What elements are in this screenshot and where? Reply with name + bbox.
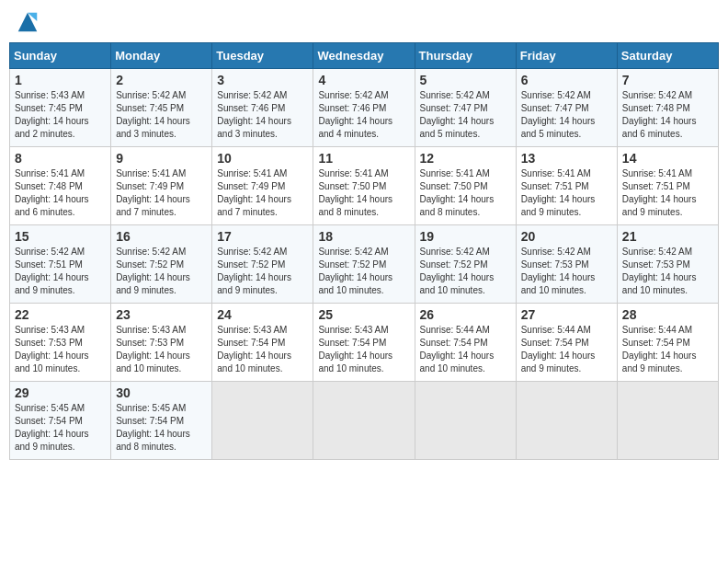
day-number: 5 <box>420 73 511 87</box>
calendar-cell: 18Sunrise: 5:42 AMSunset: 7:52 PMDayligh… <box>313 225 415 304</box>
calendar-table: SundayMondayTuesdayWednesdayThursdayFrid… <box>9 42 719 460</box>
calendar-cell: 25Sunrise: 5:43 AMSunset: 7:54 PMDayligh… <box>313 304 415 382</box>
day-info: Sunrise: 5:42 AMSunset: 7:52 PMDaylight:… <box>420 246 511 297</box>
day-number: 17 <box>217 229 308 244</box>
day-number: 15 <box>15 229 106 244</box>
day-number: 2 <box>116 73 207 87</box>
calendar-cell: 9Sunrise: 5:41 AMSunset: 7:49 PMDaylight… <box>111 147 212 225</box>
day-info: Sunrise: 5:43 AMSunset: 7:53 PMDaylight:… <box>15 324 106 375</box>
calendar-cell: 4Sunrise: 5:42 AMSunset: 7:46 PMDaylight… <box>313 69 415 147</box>
calendar-cell: 5Sunrise: 5:42 AMSunset: 7:47 PMDaylight… <box>415 69 516 147</box>
col-header-tuesday: Tuesday <box>212 43 313 69</box>
day-number: 19 <box>420 229 511 244</box>
day-info: Sunrise: 5:41 AMSunset: 7:49 PMDaylight:… <box>217 167 308 219</box>
day-info: Sunrise: 5:42 AMSunset: 7:47 PMDaylight:… <box>521 89 612 141</box>
day-number: 4 <box>318 73 409 87</box>
day-info: Sunrise: 5:42 AMSunset: 7:46 PMDaylight:… <box>217 89 308 141</box>
calendar-cell: 21Sunrise: 5:42 AMSunset: 7:53 PMDayligh… <box>617 225 718 304</box>
day-number: 27 <box>521 307 612 322</box>
day-info: Sunrise: 5:41 AMSunset: 7:48 PMDaylight:… <box>15 167 106 219</box>
day-info: Sunrise: 5:41 AMSunset: 7:51 PMDaylight:… <box>521 167 612 219</box>
logo <box>13 9 40 35</box>
col-header-saturday: Saturday <box>617 43 718 69</box>
col-header-sunday: Sunday <box>10 43 111 69</box>
calendar-cell: 26Sunrise: 5:44 AMSunset: 7:54 PMDayligh… <box>415 304 516 382</box>
day-info: Sunrise: 5:42 AMSunset: 7:45 PMDaylight:… <box>116 89 207 141</box>
day-number: 8 <box>15 151 106 166</box>
day-number: 18 <box>318 229 409 244</box>
week-row-5: 29Sunrise: 5:45 AMSunset: 7:54 PMDayligh… <box>10 382 719 460</box>
day-info: Sunrise: 5:42 AMSunset: 7:47 PMDaylight:… <box>420 89 511 141</box>
calendar-cell: 2Sunrise: 5:42 AMSunset: 7:45 PMDaylight… <box>111 69 212 147</box>
calendar-cell: 28Sunrise: 5:44 AMSunset: 7:54 PMDayligh… <box>617 304 718 382</box>
day-info: Sunrise: 5:42 AMSunset: 7:48 PMDaylight:… <box>622 89 713 141</box>
calendar-cell: 15Sunrise: 5:42 AMSunset: 7:51 PMDayligh… <box>10 225 111 304</box>
day-number: 12 <box>420 151 511 166</box>
day-info: Sunrise: 5:43 AMSunset: 7:53 PMDaylight:… <box>116 324 207 375</box>
day-number: 16 <box>116 229 207 244</box>
calendar-cell: 23Sunrise: 5:43 AMSunset: 7:53 PMDayligh… <box>111 304 212 382</box>
col-header-thursday: Thursday <box>415 43 516 69</box>
day-number: 13 <box>521 151 612 166</box>
day-number: 29 <box>15 385 106 400</box>
day-number: 25 <box>318 307 409 322</box>
week-row-2: 8Sunrise: 5:41 AMSunset: 7:48 PMDaylight… <box>10 147 719 225</box>
day-info: Sunrise: 5:41 AMSunset: 7:50 PMDaylight:… <box>318 167 409 219</box>
day-number: 28 <box>622 307 713 322</box>
calendar-cell: 30Sunrise: 5:45 AMSunset: 7:54 PMDayligh… <box>111 382 212 460</box>
day-number: 30 <box>116 385 207 400</box>
calendar-cell: 3Sunrise: 5:42 AMSunset: 7:46 PMDaylight… <box>212 69 313 147</box>
day-info: Sunrise: 5:41 AMSunset: 7:50 PMDaylight:… <box>420 167 511 219</box>
day-info: Sunrise: 5:44 AMSunset: 7:54 PMDaylight:… <box>420 324 511 375</box>
week-row-3: 15Sunrise: 5:42 AMSunset: 7:51 PMDayligh… <box>10 225 719 304</box>
day-info: Sunrise: 5:42 AMSunset: 7:46 PMDaylight:… <box>318 89 409 141</box>
calendar-cell: 12Sunrise: 5:41 AMSunset: 7:50 PMDayligh… <box>415 147 516 225</box>
calendar-cell: 20Sunrise: 5:42 AMSunset: 7:53 PMDayligh… <box>516 225 617 304</box>
day-number: 23 <box>116 307 207 322</box>
calendar-header-row: SundayMondayTuesdayWednesdayThursdayFrid… <box>10 43 719 69</box>
calendar-cell: 17Sunrise: 5:42 AMSunset: 7:52 PMDayligh… <box>212 225 313 304</box>
calendar-cell: 13Sunrise: 5:41 AMSunset: 7:51 PMDayligh… <box>516 147 617 225</box>
calendar-cell: 6Sunrise: 5:42 AMSunset: 7:47 PMDaylight… <box>516 69 617 147</box>
day-number: 11 <box>318 151 409 166</box>
day-number: 14 <box>622 151 713 166</box>
day-info: Sunrise: 5:42 AMSunset: 7:51 PMDaylight:… <box>15 246 106 297</box>
day-number: 7 <box>622 73 713 87</box>
col-header-monday: Monday <box>111 43 212 69</box>
day-number: 1 <box>15 73 106 87</box>
day-number: 6 <box>521 73 612 87</box>
calendar-cell: 11Sunrise: 5:41 AMSunset: 7:50 PMDayligh… <box>313 147 415 225</box>
calendar-cell: 1Sunrise: 5:43 AMSunset: 7:45 PMDaylight… <box>10 69 111 147</box>
day-info: Sunrise: 5:42 AMSunset: 7:52 PMDaylight:… <box>217 246 308 297</box>
day-info: Sunrise: 5:43 AMSunset: 7:54 PMDaylight:… <box>217 324 308 375</box>
day-info: Sunrise: 5:45 AMSunset: 7:54 PMDaylight:… <box>15 402 106 454</box>
day-info: Sunrise: 5:43 AMSunset: 7:54 PMDaylight:… <box>318 324 409 375</box>
day-number: 26 <box>420 307 511 322</box>
calendar-cell: 8Sunrise: 5:41 AMSunset: 7:48 PMDaylight… <box>10 147 111 225</box>
calendar-cell: 24Sunrise: 5:43 AMSunset: 7:54 PMDayligh… <box>212 304 313 382</box>
day-number: 24 <box>217 307 308 322</box>
calendar-cell <box>313 382 415 460</box>
page-header <box>9 9 719 35</box>
day-info: Sunrise: 5:41 AMSunset: 7:49 PMDaylight:… <box>116 167 207 219</box>
day-info: Sunrise: 5:45 AMSunset: 7:54 PMDaylight:… <box>116 402 207 454</box>
day-info: Sunrise: 5:42 AMSunset: 7:53 PMDaylight:… <box>622 246 713 297</box>
calendar-cell: 27Sunrise: 5:44 AMSunset: 7:54 PMDayligh… <box>516 304 617 382</box>
day-info: Sunrise: 5:42 AMSunset: 7:52 PMDaylight:… <box>116 246 207 297</box>
day-info: Sunrise: 5:43 AMSunset: 7:45 PMDaylight:… <box>15 89 106 141</box>
calendar-cell: 19Sunrise: 5:42 AMSunset: 7:52 PMDayligh… <box>415 225 516 304</box>
day-info: Sunrise: 5:44 AMSunset: 7:54 PMDaylight:… <box>622 324 713 375</box>
calendar-cell <box>212 382 313 460</box>
day-number: 10 <box>217 151 308 166</box>
calendar-body: 1Sunrise: 5:43 AMSunset: 7:45 PMDaylight… <box>10 69 719 460</box>
calendar-cell: 16Sunrise: 5:42 AMSunset: 7:52 PMDayligh… <box>111 225 212 304</box>
calendar-cell: 29Sunrise: 5:45 AMSunset: 7:54 PMDayligh… <box>10 382 111 460</box>
week-row-4: 22Sunrise: 5:43 AMSunset: 7:53 PMDayligh… <box>10 304 719 382</box>
day-info: Sunrise: 5:44 AMSunset: 7:54 PMDaylight:… <box>521 324 612 375</box>
calendar-cell <box>516 382 617 460</box>
logo-icon <box>15 9 40 35</box>
calendar-cell: 22Sunrise: 5:43 AMSunset: 7:53 PMDayligh… <box>10 304 111 382</box>
day-number: 3 <box>217 73 308 87</box>
col-header-wednesday: Wednesday <box>313 43 415 69</box>
day-info: Sunrise: 5:42 AMSunset: 7:52 PMDaylight:… <box>318 246 409 297</box>
